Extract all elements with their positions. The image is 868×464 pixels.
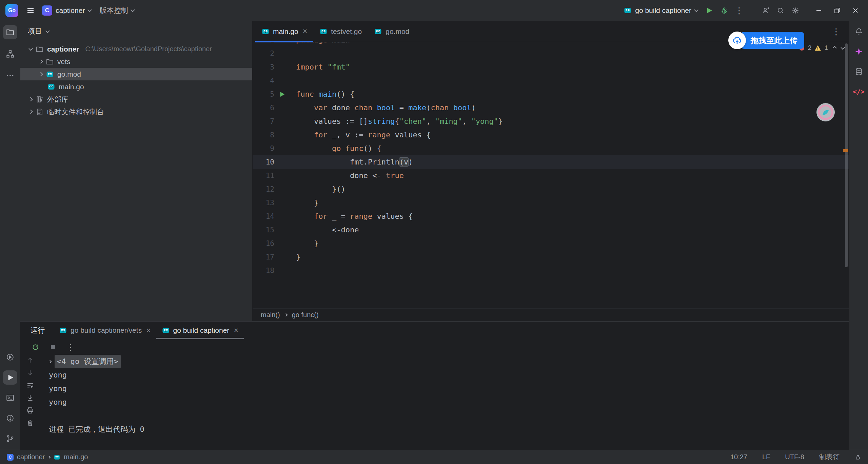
terminal-tool-button[interactable] [3, 391, 17, 405]
soft-wrap-button[interactable] [26, 381, 34, 389]
tab-go build captioner[interactable]: go build captioner× [156, 322, 244, 339]
more-actions-button[interactable]: ⋮ [732, 3, 747, 18]
run-config-selector[interactable]: go build captioner [619, 3, 702, 18]
code-line-9[interactable]: 9 go func() { [253, 142, 849, 155]
clear-console-button[interactable] [26, 419, 34, 427]
code-area[interactable]: 1package main23import "fmt"45func main()… [253, 42, 849, 308]
code-line-4[interactable]: 4 [253, 74, 849, 88]
ai-assistant-button[interactable] [852, 44, 866, 59]
code-line-5[interactable]: 5func main() { [253, 88, 849, 101]
settings-button[interactable] [788, 3, 803, 18]
line-number[interactable]: 15 [253, 223, 274, 237]
line-number[interactable]: 5 [253, 88, 274, 101]
restore-button[interactable] [828, 3, 846, 18]
print-button[interactable] [26, 406, 34, 414]
status-file[interactable]: main.go [64, 453, 88, 461]
run-button[interactable] [702, 3, 717, 18]
code-line-11[interactable]: 11 done <- true [253, 169, 849, 182]
chevron-up-icon[interactable] [832, 46, 837, 50]
project-tool-button[interactable] [3, 25, 17, 39]
code-line-15[interactable]: 15 <-done [253, 223, 849, 237]
search-everywhere-button[interactable] [773, 3, 788, 18]
indent-style[interactable]: 制表符 [819, 452, 840, 462]
line-number[interactable]: 8 [253, 128, 274, 142]
services-tool-button[interactable] [3, 350, 17, 364]
up-stack-button[interactable] [26, 356, 34, 364]
project-panel-header[interactable]: 项目 [20, 21, 252, 41]
code-line-6[interactable]: 6 var done chan bool = make(chan bool) [253, 101, 849, 115]
chevron-down-icon[interactable] [28, 46, 33, 51]
line-number[interactable]: 13 [253, 196, 274, 210]
line-number[interactable]: 4 [253, 74, 274, 88]
chevron-right-icon[interactable] [28, 110, 33, 114]
line-number[interactable]: 6 [253, 101, 274, 115]
line-number[interactable]: 7 [253, 115, 274, 128]
line-number[interactable]: 3 [253, 60, 274, 74]
warning-stripe-mark[interactable] [843, 149, 848, 152]
folded-text[interactable]: <4 go 设置调用> [55, 355, 121, 368]
scroll-to-end-button[interactable] [26, 394, 34, 402]
caret-position[interactable]: 10:27 [730, 453, 747, 461]
chevron-right-icon[interactable] [39, 59, 43, 64]
lock-icon[interactable] [854, 454, 861, 461]
tab-go build captioner/vets[interactable]: go build captioner/vets× [54, 322, 156, 339]
code-line-18[interactable]: 18 [253, 264, 849, 277]
line-number[interactable]: 9 [253, 142, 274, 155]
git-tool-button[interactable] [3, 431, 17, 446]
database-button[interactable] [852, 64, 866, 79]
code-line-7[interactable]: 7 values := []string{"chen", "ming", "yo… [253, 115, 849, 128]
endpoints-button[interactable]: </> [852, 84, 866, 99]
breadcrumb-item[interactable]: main() [261, 311, 280, 319]
fold-chevron-icon[interactable] [48, 360, 52, 363]
stop-button[interactable] [47, 341, 59, 353]
chevron-down-icon[interactable] [841, 45, 845, 50]
minimize-button[interactable] [810, 3, 828, 18]
chevron-right-icon[interactable] [28, 97, 33, 101]
more-tool-windows-button[interactable] [3, 69, 17, 83]
tree-item[interactable]: go.mod [20, 68, 252, 80]
code-line-8[interactable]: 8 for _, v := range values { [253, 128, 849, 142]
run-tool-button[interactable] [3, 370, 17, 385]
line-number[interactable]: 10 [253, 155, 274, 169]
tree-item[interactable]: 临时文件和控制台 [20, 105, 252, 118]
debug-button[interactable] [717, 3, 732, 18]
code-line-14[interactable]: 14 for _ = range values { [253, 210, 849, 223]
console-fold-line[interactable]: <4 go 设置调用> [49, 355, 849, 368]
close-icon[interactable]: × [146, 326, 151, 335]
close-icon[interactable]: × [303, 27, 307, 36]
drag-upload-overlay[interactable]: 拖拽至此上传 [728, 31, 804, 50]
line-number[interactable]: 17 [253, 250, 274, 264]
code-with-me-button[interactable] [758, 3, 773, 18]
code-line-12[interactable]: 12 }() [253, 182, 849, 196]
down-stack-button[interactable] [26, 369, 34, 377]
line-number[interactable]: 12 [253, 182, 274, 196]
line-number[interactable]: 11 [253, 169, 274, 182]
breadcrumb-item[interactable]: go func() [292, 311, 319, 319]
line-separator[interactable]: LF [762, 453, 770, 461]
editor-tab-options-button[interactable]: ⋮ [829, 24, 844, 39]
problems-tool-button[interactable] [3, 411, 17, 425]
line-number[interactable]: 1 [253, 42, 274, 47]
line-number[interactable]: 18 [253, 264, 274, 277]
tree-item[interactable]: captionerC:\Users\meowr\GolandProjects\c… [20, 43, 252, 55]
notifications-button[interactable] [852, 24, 866, 39]
line-number[interactable]: 14 [253, 210, 274, 223]
code-line-16[interactable]: 16 } [253, 237, 849, 250]
console-output[interactable]: <4 go 设置调用> yongyongyong 进程 已完成，退出代码为 0 [40, 355, 849, 450]
code-line-13[interactable]: 13 } [253, 196, 849, 210]
tree-item[interactable]: 外部库 [20, 93, 252, 105]
line-number[interactable]: 2 [253, 47, 274, 60]
project-widget[interactable]: C captioner [38, 3, 95, 18]
run-line-gutter-icon[interactable] [274, 88, 290, 101]
inspections-widget[interactable]: 2 1 [798, 44, 844, 52]
tree-item[interactable]: main.go [20, 80, 252, 93]
code-line-10[interactable]: 10 fmt.Println(v) [253, 155, 849, 169]
rerun-button[interactable] [29, 341, 41, 353]
structure-tool-button[interactable] [3, 47, 17, 61]
tree-item[interactable]: vets [20, 55, 252, 68]
tab-testvet.go[interactable]: testvet.go [313, 21, 368, 42]
chevron-right-icon[interactable] [39, 72, 43, 76]
tab-go.mod[interactable]: go.mod [368, 21, 415, 42]
close-icon[interactable]: × [234, 326, 238, 335]
run-more-options-button[interactable]: ⋮ [64, 341, 77, 353]
